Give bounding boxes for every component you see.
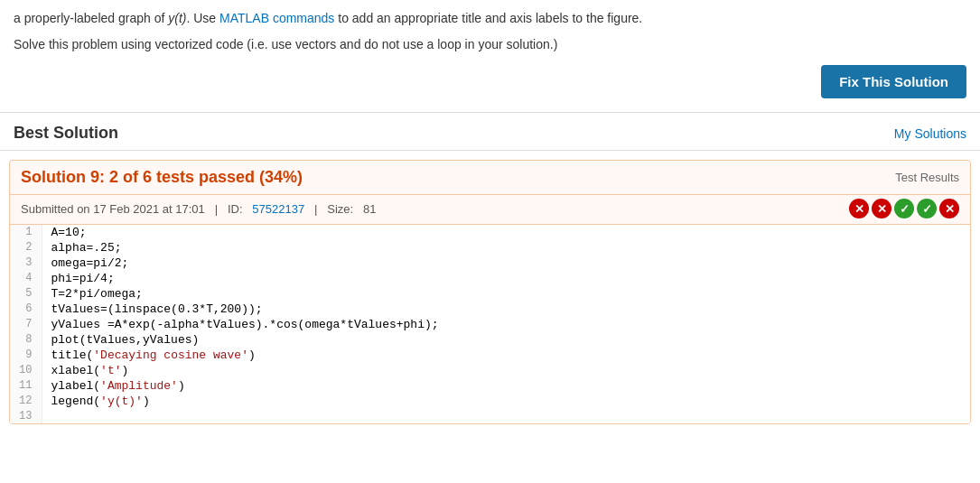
line-number: 13 — [10, 409, 42, 423]
line-number: 3 — [10, 255, 42, 271]
best-solution-title: Best Solution — [14, 124, 118, 143]
intro-text-line1: a properly-labeled graph of y(t). Use MA… — [14, 9, 966, 28]
table-row: 4phi=pi/4; — [10, 271, 970, 286]
line-code: alpha=.25; — [42, 240, 970, 255]
line-code: T=2*pi/omega; — [42, 286, 970, 302]
line-code: ylabel('Amplitude') — [42, 378, 970, 394]
code-table: 1A=10;2alpha=.25;3omega=pi/2;4phi=pi/4;5… — [10, 225, 970, 423]
line-number: 7 — [10, 317, 42, 332]
test-icon-1: ✕ — [849, 199, 869, 218]
line-code: yValues =A*exp(-alpha*tValues).*cos(omeg… — [42, 317, 970, 332]
table-row: 6tValues=(linspace(0.3*T,200)); — [10, 302, 970, 317]
best-solution-header: Best Solution My Solutions — [0, 113, 980, 151]
table-row: 12legend('y(t)') — [10, 394, 970, 409]
fix-this-solution-button[interactable]: Fix This Solution — [821, 65, 966, 98]
line-number: 5 — [10, 286, 42, 302]
table-row: 8plot(tValues,yValues) — [10, 332, 970, 348]
table-row: 11ylabel('Amplitude') — [10, 378, 970, 394]
math-yt: y(t) — [168, 11, 186, 25]
fix-button-row: Fix This Solution — [14, 65, 966, 98]
solution-card: Solution 9: 2 of 6 tests passed (34%) Te… — [9, 160, 971, 424]
line-number: 11 — [10, 378, 42, 394]
line-code: omega=pi/2; — [42, 255, 970, 271]
line-number: 4 — [10, 271, 42, 286]
line-number: 1 — [10, 225, 42, 240]
table-row: 13 — [10, 409, 970, 423]
test-icon-5: ✕ — [939, 199, 959, 218]
line-number: 6 — [10, 302, 42, 317]
line-code: legend('y(t)') — [42, 394, 970, 409]
id-label: ID: — [228, 202, 243, 216]
table-row: 9title('Decaying cosine wave') — [10, 348, 970, 363]
line-number: 12 — [10, 394, 42, 409]
size-value: 81 — [363, 202, 376, 216]
table-row: 2alpha=.25; — [10, 240, 970, 255]
intro-text-line2: Solve this problem using vectorized code… — [14, 37, 966, 51]
my-solutions-link[interactable]: My Solutions — [894, 126, 966, 141]
table-row: 7yValues =A*exp(-alpha*tValues).*cos(ome… — [10, 317, 970, 332]
line-code: tValues=(linspace(0.3*T,200)); — [42, 302, 970, 317]
line-code: xlabel('t') — [42, 363, 970, 378]
line-code: plot(tValues,yValues) — [42, 332, 970, 348]
table-row: 3omega=pi/2; — [10, 255, 970, 271]
test-icon-2: ✕ — [872, 199, 891, 218]
test-icon-3: ✓ — [894, 199, 914, 218]
line-code — [42, 409, 970, 423]
size-label: Size: — [327, 202, 353, 216]
test-results-label: Test Results — [895, 171, 959, 184]
submitted-text: Submitted on 17 Feb 2021 at 17:01 — [21, 202, 205, 216]
solution-title: Solution 9: 2 of 6 tests passed (34%) — [21, 168, 303, 187]
top-section: a properly-labeled graph of y(t). Use MA… — [0, 0, 980, 113]
table-row: 5T=2*pi/omega; — [10, 286, 970, 302]
solution-card-header: Solution 9: 2 of 6 tests passed (34%) Te… — [10, 161, 970, 195]
line-number: 8 — [10, 332, 42, 348]
line-code: title('Decaying cosine wave') — [42, 348, 970, 363]
line-code: A=10; — [42, 225, 970, 240]
test-icons: ✕ ✕ ✓ ✓ ✕ — [849, 199, 959, 218]
solution-meta-text: Submitted on 17 Feb 2021 at 17:01 | ID: … — [21, 202, 376, 216]
code-block: 1A=10;2alpha=.25;3omega=pi/2;4phi=pi/4;5… — [10, 224, 970, 423]
test-icon-4: ✓ — [917, 199, 937, 218]
solution-meta: Submitted on 17 Feb 2021 at 17:01 | ID: … — [10, 195, 970, 224]
table-row: 10xlabel('t') — [10, 363, 970, 378]
line-code: phi=pi/4; — [42, 271, 970, 286]
matlab-commands-link[interactable]: MATLAB commands — [219, 11, 334, 25]
solution-id-link[interactable]: 57522137 — [252, 202, 304, 216]
line-number: 2 — [10, 240, 42, 255]
line-number: 9 — [10, 348, 42, 363]
table-row: 1A=10; — [10, 225, 970, 240]
line-number: 10 — [10, 363, 42, 378]
